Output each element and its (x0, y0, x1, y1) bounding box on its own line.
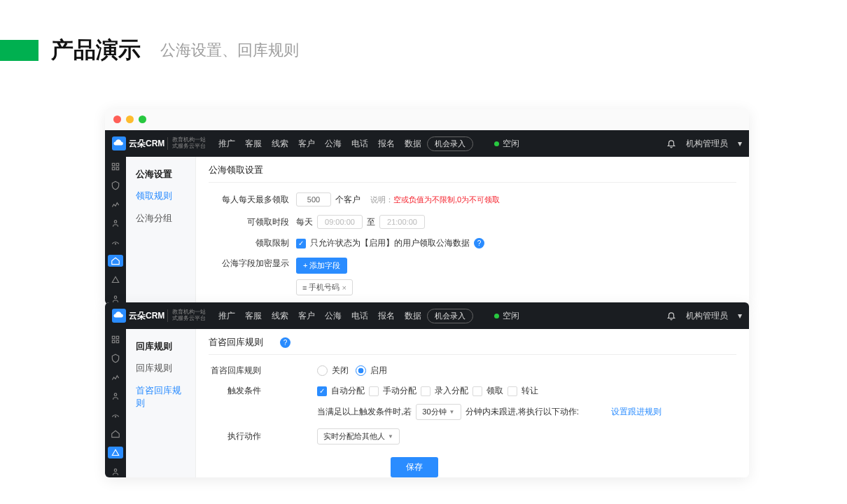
logo-subtitle: 教育机构一站 式服务云平台 (167, 309, 206, 322)
sidebar-item-group[interactable]: 公海分组 (126, 207, 195, 230)
set-follow-rule-link[interactable]: 设置跟进规则 (611, 406, 662, 418)
user-label[interactable]: 机构管理员 (686, 138, 728, 150)
iconbar-item[interactable] (108, 274, 123, 286)
save-button[interactable]: 保存 (391, 457, 438, 477)
topbar-right: 机构管理员 ▾ (666, 138, 742, 150)
iconbar-item[interactable] (108, 465, 123, 477)
bell-icon[interactable] (666, 311, 676, 321)
svg-rect-8 (116, 336, 119, 339)
iconbar-item-active[interactable] (108, 447, 123, 458)
logo-subtitle: 教育机构一站 式服务云平台 (167, 137, 206, 150)
iconbar-item[interactable] (108, 371, 123, 383)
sidebar: 回库规则 回库规则 首咨回库规则 (126, 329, 196, 477)
iconbar-item[interactable] (108, 237, 123, 248)
iconbar-item[interactable] (108, 428, 123, 440)
nav-item[interactable]: 客户 (298, 138, 315, 150)
opportunity-entry-button[interactable]: 机会录入 (427, 136, 473, 151)
help-icon[interactable]: ? (280, 337, 290, 348)
nav-item[interactable]: 客户 (298, 310, 315, 322)
iconbar-item[interactable] (108, 409, 123, 421)
page-title: 产品演示 (51, 35, 141, 66)
nav-item[interactable]: 线索 (272, 310, 288, 322)
status-dot-icon (494, 141, 499, 146)
nav-item[interactable]: 客服 (245, 138, 262, 150)
logo[interactable]: 云朵CRM 教育机构一站 式服务云平台 (112, 136, 206, 150)
nav-item[interactable]: 报名 (378, 310, 395, 322)
iconbar-item[interactable] (108, 390, 123, 402)
iconbar-item[interactable] (108, 352, 123, 364)
svg-point-5 (115, 244, 115, 244)
time-from-input[interactable] (317, 215, 363, 229)
panel-return-rules: 云朵CRM 教育机构一站 式服务云平台 推广 客服 线索 客户 公海 电话 报名… (105, 302, 749, 477)
nav-item[interactable]: 公海 (325, 310, 342, 322)
iconbar-item[interactable] (108, 180, 123, 192)
sidebar-item-claim-rules[interactable]: 领取规则 (126, 185, 195, 207)
radio-off[interactable] (317, 365, 328, 376)
maximize-icon[interactable] (139, 115, 146, 123)
iconbar-item-active[interactable] (108, 255, 123, 267)
nav-item[interactable]: 报名 (378, 138, 395, 150)
topbar: 云朵CRM 教育机构一站 式服务云平台 推广 客服 线索 客户 公海 电话 报名… (105, 130, 749, 157)
iconbar-item[interactable] (108, 161, 123, 173)
minimize-icon[interactable] (126, 115, 134, 123)
content: 公海领取设置 每人每天最多领取 个客户 说明：空或负值为不限制,0为不可领取 可… (196, 157, 749, 304)
nav-item[interactable]: 推广 (218, 310, 235, 322)
sidebar-item-first-consult-return[interactable]: 首咨回库规则 (126, 379, 195, 414)
bell-icon[interactable] (666, 139, 676, 148)
opportunity-entry-button[interactable]: 机会录入 (427, 309, 473, 323)
chk-input[interactable] (421, 386, 430, 396)
user-label[interactable]: 机构管理员 (686, 310, 728, 322)
iconbar-item[interactable] (108, 199, 123, 211)
top-nav: 推广 客服 线索 客户 公海 电话 报名 数据 (218, 138, 421, 150)
row-trigger: 触发条件 ✓自动分配 手动分配 录入分配 领取 转让 当满足以上触发条件时,若 … (209, 385, 736, 420)
topbar-right: 机构管理员 ▾ (666, 310, 742, 322)
chk-auto[interactable]: ✓ (317, 386, 327, 396)
close-icon[interactable] (113, 115, 121, 123)
status-dot-icon (494, 314, 499, 318)
accent-block (0, 40, 38, 61)
logo[interactable]: 云朵CRM 教育机构一站 式服务云平台 (112, 309, 206, 323)
chevron-down-icon[interactable]: ▾ (738, 311, 742, 321)
content-header: 公海领取设置 (209, 164, 736, 183)
nav-item[interactable]: 推广 (218, 138, 235, 150)
chk-claim[interactable] (472, 386, 482, 396)
row-rule-toggle: 首咨回库规则 关闭 启用 (209, 365, 736, 377)
logo-icon (112, 136, 126, 150)
radio-on[interactable] (356, 365, 366, 376)
logo-icon (112, 309, 126, 323)
help-icon[interactable]: ? (474, 238, 484, 248)
duration-select[interactable]: 30分钟▼ (416, 404, 461, 420)
nav-item[interactable]: 客服 (245, 310, 262, 322)
sidebar: 公海设置 领取规则 公海分组 (126, 157, 196, 304)
add-field-button[interactable]: + 添加字段 (296, 258, 347, 274)
svg-point-13 (114, 468, 117, 471)
action-select[interactable]: 实时分配给其他人▼ (317, 428, 400, 444)
nav-item[interactable]: 数据 (405, 310, 421, 322)
nav-item[interactable]: 线索 (272, 138, 288, 150)
drag-icon[interactable]: ≡ (302, 284, 307, 292)
iconbar (105, 157, 126, 304)
page-subtitle: 公海设置、回库规则 (160, 40, 299, 61)
sidebar-item-return-rules[interactable]: 回库规则 (126, 357, 195, 379)
chk-transfer[interactable] (507, 386, 517, 396)
row-claim-limit: 领取限制 ✓ 只允许状态为【启用】的用户领取公海数据 ? (209, 237, 736, 249)
chk-manual[interactable] (369, 386, 379, 396)
content: 首咨回库规则 ? 首咨回库规则 关闭 启用 触发条件 ✓自动分配 手动分配 (196, 329, 749, 477)
svg-rect-7 (112, 336, 115, 339)
svg-point-12 (115, 416, 115, 416)
svg-rect-3 (116, 168, 119, 171)
nav-item[interactable]: 公海 (325, 138, 342, 150)
chevron-down-icon[interactable]: ▾ (738, 139, 742, 148)
max-claim-input[interactable] (296, 192, 331, 206)
svg-rect-1 (116, 164, 119, 167)
nav-item[interactable]: 电话 (351, 138, 368, 150)
logo-text: 云朵CRM (129, 138, 164, 150)
iconbar-item[interactable] (108, 333, 123, 345)
window-controls (105, 108, 749, 130)
nav-item[interactable]: 电话 (351, 310, 368, 322)
iconbar-item[interactable] (108, 218, 123, 230)
remove-tag-icon[interactable]: × (342, 284, 346, 292)
time-to-input[interactable] (379, 215, 425, 229)
enable-only-checkbox[interactable]: ✓ (296, 239, 306, 248)
nav-item[interactable]: 数据 (405, 138, 421, 150)
